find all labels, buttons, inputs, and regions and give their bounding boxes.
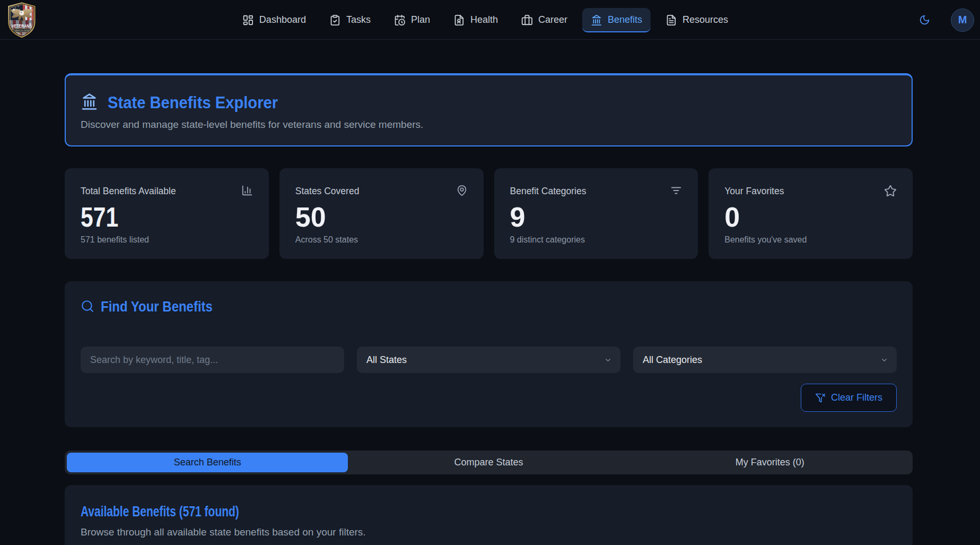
svg-text:TRANSITION CENTER: TRANSITION CENTER — [14, 30, 29, 32]
svg-text:VETERANS: VETERANS — [12, 23, 32, 29]
